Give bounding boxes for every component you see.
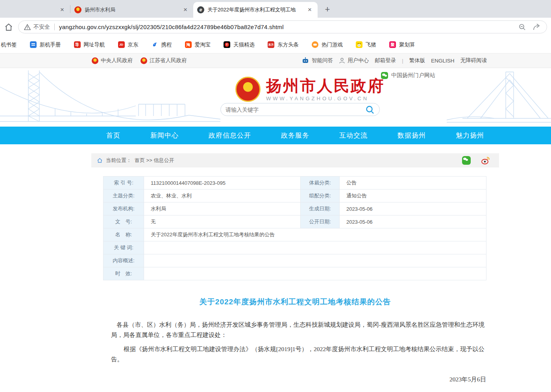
bookmark-label: 京东 [128, 41, 139, 48]
nav-home[interactable]: 首页 [106, 131, 120, 140]
bookmark-label: 携程 [161, 41, 172, 48]
bookmark-tmall[interactable]: T 天猫精选 [224, 41, 255, 48]
nav-data-yangzhou[interactable]: 数据扬州 [398, 131, 426, 140]
ctrip-dolphin-icon [152, 41, 158, 48]
bookmark-phone-bookmarks[interactable]: 机书签 [1, 41, 17, 48]
wechat-share-icon[interactable] [462, 156, 471, 165]
site-brand[interactable]: 扬州市人民政府 WWW.YANGZHOU.GOV.CN [235, 77, 385, 102]
manual-book-icon [30, 41, 37, 48]
nav-interaction[interactable]: 互动交流 [339, 131, 368, 140]
gov-utility-bar: 中央人民政府 江苏省人民政府 智能问答 用户中心 邮箱登录 | 繁体版 ENGL… [0, 53, 551, 68]
jd-icon: JD [118, 41, 125, 48]
games-icon [312, 41, 318, 48]
weibo-share-icon[interactable] [481, 156, 490, 165]
site-search[interactable] [220, 103, 380, 116]
bookmark-label: 新机手册 [40, 41, 61, 48]
jiangsu-gov-link[interactable]: 江苏省人民政府 [141, 57, 187, 64]
breadcrumb: 当前位置： 首页 >> 信息公开 [91, 153, 499, 167]
meta-label: 组配分类: [301, 190, 340, 202]
tmall-icon: T [224, 41, 230, 48]
nav-gov-info-disclosure[interactable]: 政府信息公开 [209, 131, 251, 140]
central-gov-link[interactable]: 中央人民政府 [92, 57, 133, 64]
meta-value: 农业、林业、水利 [144, 190, 301, 202]
table-row: 时 效: [104, 267, 486, 280]
meta-value: 无 [144, 215, 301, 228]
bridge-artwork-right [447, 68, 551, 127]
portal-link[interactable]: 中国扬州门户网站 [381, 72, 435, 79]
meta-label: 时 效: [104, 267, 144, 280]
separator: | [402, 58, 403, 64]
wechat-icon [381, 72, 388, 79]
meta-value: 2023-05-06 [340, 202, 486, 215]
meta-value [144, 267, 486, 280]
tab-partial[interactable]: × [0, 2, 70, 18]
meta-value: 公告 [340, 177, 486, 190]
bookmark-label: 飞猪 [366, 41, 376, 48]
mail-login-link[interactable]: 邮箱登录 [375, 57, 396, 64]
nav-gov-services[interactable]: 政务服务 [281, 131, 309, 140]
tab-gov-site[interactable]: 扬州市水利局 × [70, 2, 193, 18]
gov-link-label: 中央人民政府 [101, 57, 133, 64]
new-tab-button[interactable]: + [322, 4, 333, 15]
english-link[interactable]: ENGLISH [431, 58, 454, 64]
bookmark-hot-games[interactable]: 热门游戏 [312, 41, 343, 48]
meta-label: 生成日期: [301, 202, 340, 215]
national-emblem-icon [141, 57, 147, 64]
breadcrumb-prefix: 当前位置： [106, 157, 131, 164]
url-field[interactable]: 不安全 yangzhou.gov.cn/yzszxxgk/slj/202305/… [18, 20, 547, 33]
bookmark-label: 东方头条 [277, 41, 299, 48]
meta-label: 关 键 词: [104, 241, 144, 254]
fliggy-pig-icon [356, 41, 362, 48]
url-text[interactable]: yangzhou.gov.cn/yzszxxgk/slj/202305/210c… [59, 24, 284, 30]
bookmark-juhuasuan[interactable]: 聚 聚划算 [389, 41, 415, 48]
accessibility-link[interactable]: 无障碍阅读 [460, 57, 487, 64]
table-row: 主题分类: 农业、林业、水利 组配分类: 通知公告 [104, 190, 486, 202]
bookmark-ctrip[interactable]: 携程 [152, 41, 172, 48]
portal-label: 中国扬州门户网站 [391, 72, 435, 79]
bookmark-jd[interactable]: JD 京东 [118, 41, 139, 48]
robot-icon [301, 57, 309, 64]
table-row: 发布机构: 水利局 生成日期: 2023-05-06 [104, 202, 486, 215]
national-emblem-icon [92, 57, 98, 64]
url-separator [54, 24, 55, 30]
tab-close-icon[interactable]: × [306, 6, 314, 14]
page-content: 当前位置： 首页 >> 信息公开 索 引 号: 1132100001440709… [91, 153, 499, 392]
bookmark-label: 爱淘宝 [195, 41, 211, 48]
table-row: 文 号: 无 公开日期: 2023-05-06 [104, 215, 486, 228]
not-secure-label: 不安全 [33, 24, 50, 31]
traditional-chinese-link[interactable]: 繁体版 [409, 57, 425, 64]
gov-link-label: 江苏省人民政府 [150, 57, 187, 64]
meta-label: 文 号: [104, 215, 144, 228]
bookmark-eastday[interactable]: 东方 东方头条 [268, 41, 299, 48]
bookmarks-bar: 机书签 新机手册 导 网址导航 JD 京东 携程 淘 爱淘宝 T 天猫精选 东方… [0, 36, 551, 53]
tab-close-icon[interactable]: × [181, 6, 189, 14]
tab-close-icon[interactable]: × [58, 6, 66, 14]
site-title: 扬州市人民政府 [266, 77, 385, 94]
tab-article-active[interactable]: e 关于2022年度扬州市水利工程文明工地 × [193, 2, 318, 18]
bookmark-manual[interactable]: 新机手册 [30, 41, 61, 48]
nav-charming-yangzhou[interactable]: 魅力扬州 [456, 131, 484, 140]
bookmark-label: 聚划算 [399, 41, 415, 48]
smart-qa-link[interactable]: 智能问答 [301, 57, 333, 64]
home-icon[interactable] [97, 158, 103, 163]
bridge-artwork-left [0, 68, 220, 127]
zoom-out-icon[interactable] [518, 23, 526, 31]
user-center-link[interactable]: 用户中心 [339, 57, 369, 64]
meta-value: 通知公告 [340, 190, 486, 202]
not-secure-warning-icon[interactable] [24, 24, 31, 30]
home-icon[interactable] [4, 22, 13, 32]
share-icon[interactable] [533, 23, 541, 31]
bookmark-fliggy[interactable]: 飞猪 [356, 41, 376, 48]
tab-title: 关于2022年度扬州市水利工程文明工地 [207, 6, 303, 13]
article-date: 2023年5月6日 [91, 375, 499, 384]
meta-label: 体裁分类: [301, 177, 340, 190]
nav-news-center[interactable]: 新闻中心 [150, 131, 179, 140]
bookmark-site-nav[interactable]: 导 网址导航 [74, 41, 105, 48]
search-icon[interactable] [365, 105, 375, 114]
bookmark-aitaobao[interactable]: 淘 爱淘宝 [185, 41, 211, 48]
meta-value [144, 254, 486, 267]
search-input[interactable] [226, 107, 365, 113]
site-nav-icon: 导 [74, 41, 81, 48]
meta-label: 索 引 号: [104, 177, 144, 190]
breadcrumb-path[interactable]: 首页 >> 信息公开 [135, 157, 174, 164]
